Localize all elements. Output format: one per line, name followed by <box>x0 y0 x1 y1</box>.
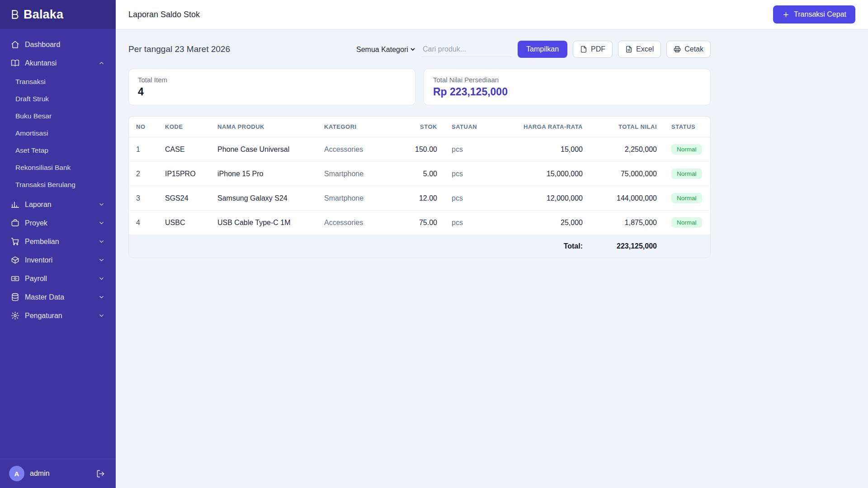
sidebar-item-inventori[interactable]: Inventori <box>5 251 110 269</box>
chart-icon <box>11 200 19 209</box>
table-row: 1 CASE Phone Case Universal Accessories … <box>129 137 710 162</box>
status-badge: Normal <box>671 217 702 228</box>
quick-transaction-button[interactable]: Transaksi Cepat <box>773 5 855 23</box>
total-item-card: Total Item 4 <box>128 69 415 105</box>
sidebar-item-label: Master Data <box>25 293 64 301</box>
sidebar-item-pengaturan[interactable]: Pengaturan <box>5 306 110 325</box>
cell-kode: IP15PRO <box>158 162 210 186</box>
total-item-value: 4 <box>138 86 406 98</box>
cell-total: 144,000,000 <box>590 186 664 211</box>
cell-satuan: pcs <box>444 162 495 186</box>
pdf-button[interactable]: PDF <box>573 41 613 58</box>
total-value-value: Rp 223,125,000 <box>433 86 701 98</box>
show-button[interactable]: Tampilkan <box>518 41 567 58</box>
cell-nama: Samsung Galaxy S24 <box>210 186 317 211</box>
status-badge: Normal <box>671 193 702 203</box>
sidebar-subitem-aset-tetap[interactable]: Aset Tetap <box>5 142 110 159</box>
category-select[interactable]: Semua Kategori <box>354 42 416 56</box>
cell-stok: 150.00 <box>403 137 444 162</box>
print-button-label: Cetak <box>684 45 703 53</box>
cell-satuan: pcs <box>444 211 495 235</box>
topbar: Laporan Saldo Stok Transaksi Cepat <box>116 0 868 29</box>
sidebar-item-label: Inventori <box>25 256 52 264</box>
user-section: A admin <box>0 459 116 488</box>
sidebar-item-payroll[interactable]: Payroll <box>5 269 110 288</box>
table-row: 4 USBC USB Cable Type-C 1M Accessories 7… <box>129 211 710 235</box>
status-badge: Normal <box>671 169 702 179</box>
sidebar-subitem-buku-besar[interactable]: Buku Besar <box>5 108 110 125</box>
app-name: Balaka <box>24 8 63 22</box>
chevron-up-icon <box>98 60 105 66</box>
column-header-satuan: SATUAN <box>444 117 495 137</box>
user-name: admin <box>30 469 50 478</box>
gear-icon <box>11 311 19 320</box>
sidebar-item-label: Dashboard <box>25 41 60 49</box>
column-header-stok: STOK <box>403 117 444 137</box>
logo-b-icon <box>9 9 21 20</box>
column-header-harga: HARGA RATA-RATA <box>495 117 590 137</box>
report-header-row: Per tanggal 23 Maret 2026 Semua Kategori… <box>128 41 711 58</box>
cell-harga: 12,000,000 <box>495 186 590 211</box>
sidebar-item-akuntansi[interactable]: Akuntansi <box>5 54 110 72</box>
cell-satuan: pcs <box>444 137 495 162</box>
cell-status: Normal <box>664 186 710 211</box>
cell-kategori: Smartphone <box>317 162 403 186</box>
sidebar-subitem-amortisasi[interactable]: Amortisasi <box>5 125 110 142</box>
pdf-button-label: PDF <box>591 45 605 53</box>
content-inner: Per tanggal 23 Maret 2026 Semua Kategori… <box>128 41 711 258</box>
column-header-no: NO <box>129 117 158 137</box>
sidebar-item-master-data[interactable]: Master Data <box>5 288 110 306</box>
chevron-down-icon <box>98 220 105 226</box>
sidebar-subitem-transaksi[interactable]: Transaksi <box>5 73 110 90</box>
box-icon <box>11 256 19 264</box>
table-row: 3 SGS24 Samsung Galaxy S24 Smartphone 12… <box>129 186 710 211</box>
quick-transaction-label: Transaksi Cepat <box>794 10 846 19</box>
sidebar-item-label: Proyek <box>25 219 47 227</box>
table-footer-row: Total: 223,125,000 <box>129 235 710 258</box>
sidebar-subitem-draft-struk[interactable]: Draft Struk <box>5 90 110 108</box>
cell-harga: 15,000 <box>495 137 590 162</box>
cell-nama: iPhone 15 Pro <box>210 162 317 186</box>
cell-kategori: Smartphone <box>317 186 403 211</box>
printer-icon <box>674 46 681 53</box>
main-area: Laporan Saldo Stok Transaksi Cepat Per t… <box>116 0 868 488</box>
print-button[interactable]: Cetak <box>666 41 711 58</box>
logout-button[interactable] <box>94 468 107 480</box>
total-item-label: Total Item <box>138 76 406 84</box>
table-body: 1 CASE Phone Case Universal Accessories … <box>129 137 710 235</box>
cell-stok: 12.00 <box>403 186 444 211</box>
cell-no: 4 <box>129 211 158 235</box>
page-title: Laporan Saldo Stok <box>128 10 200 19</box>
excel-button[interactable]: Excel <box>618 41 661 58</box>
sidebar-nav: Dashboard Akuntansi Transaksi Draft Stru… <box>0 29 116 459</box>
summary-cards: Total Item 4 Total Nilai Persediaan Rp 2… <box>128 69 711 105</box>
search-input[interactable] <box>422 42 512 57</box>
sidebar-item-laporan[interactable]: Laporan <box>5 195 110 214</box>
app-logo[interactable]: Balaka <box>0 0 116 29</box>
sidebar-item-pembelian[interactable]: Pembelian <box>5 232 110 251</box>
chevron-down-icon <box>98 201 105 208</box>
content: Per tanggal 23 Maret 2026 Semua Kategori… <box>116 29 868 270</box>
spreadsheet-icon <box>625 46 632 53</box>
sidebar-item-proyek[interactable]: Proyek <box>5 214 110 232</box>
sidebar-item-label: Payroll <box>25 275 47 283</box>
cell-harga: 25,000 <box>495 211 590 235</box>
cell-status: Normal <box>664 137 710 162</box>
column-header-status: STATUS <box>664 117 710 137</box>
chevron-down-icon <box>98 294 105 300</box>
table-row: 2 IP15PRO iPhone 15 Pro Smartphone 5.00 … <box>129 162 710 186</box>
cell-nama: Phone Case Universal <box>210 137 317 162</box>
briefcase-icon <box>11 219 19 227</box>
sidebar-subitem-transaksi-berulang[interactable]: Transaksi Berulang <box>5 176 110 193</box>
sidebar-subitem-rekonsiliasi-bank[interactable]: Rekonsiliasi Bank <box>5 159 110 176</box>
sidebar-item-dashboard[interactable]: Dashboard <box>5 35 110 54</box>
akuntansi-submenu: Transaksi Draft Struk Buku Besar Amortis… <box>5 73 110 193</box>
cell-status: Normal <box>664 162 710 186</box>
logout-icon <box>96 469 105 478</box>
column-header-total: TOTAL NILAI <box>590 117 664 137</box>
filter-bar: Semua Kategori Tampilkan PDF Excel <box>354 41 711 58</box>
table-head: NO KODE NAMA PRODUK KATEGORI STOK SATUAN… <box>129 117 710 137</box>
chevron-down-icon <box>98 238 105 245</box>
stock-table-card: NO KODE NAMA PRODUK KATEGORI STOK SATUAN… <box>128 116 711 258</box>
column-header-nama-produk: NAMA PRODUK <box>210 117 317 137</box>
